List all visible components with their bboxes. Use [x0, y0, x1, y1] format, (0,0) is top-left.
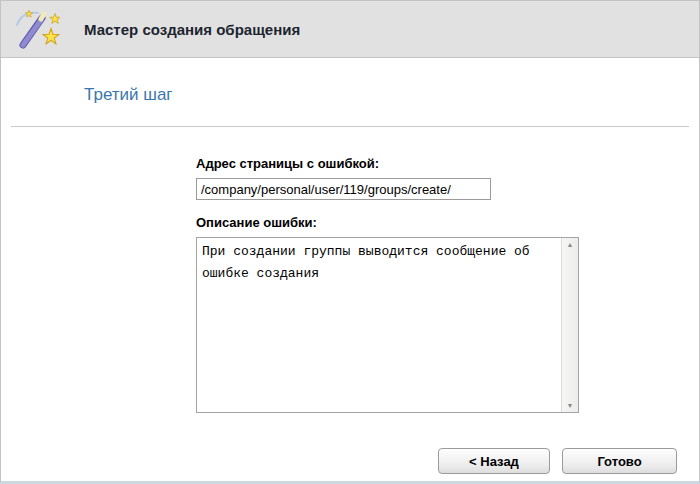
magic-wand-icon [14, 8, 60, 50]
url-label: Адрес страницы с ошибкой: [196, 156, 579, 171]
wizard-header: Мастер создания обращения [1, 1, 699, 58]
textarea-scrollbar[interactable]: ▲ ▼ [561, 238, 578, 412]
url-input[interactable] [196, 178, 491, 200]
error-report-form: Адрес страницы с ошибкой: Описание ошибк… [196, 156, 579, 413]
wizard-dialog: Мастер создания обращения Третий шаг Адр… [0, 0, 700, 484]
divider [11, 126, 689, 127]
step-title: Третий шаг [84, 85, 173, 105]
scroll-up-icon[interactable]: ▲ [567, 241, 574, 248]
finish-button[interactable]: Готово [562, 448, 677, 474]
description-textarea[interactable]: При создании группы выводится сообщение … [197, 238, 561, 412]
description-label: Описание ошибки: [196, 215, 579, 230]
wizard-title: Мастер создания обращения [84, 21, 300, 38]
scroll-down-icon[interactable]: ▼ [567, 402, 574, 409]
back-button[interactable]: < Назад [438, 448, 550, 474]
description-textarea-frame: При создании группы выводится сообщение … [196, 237, 579, 413]
